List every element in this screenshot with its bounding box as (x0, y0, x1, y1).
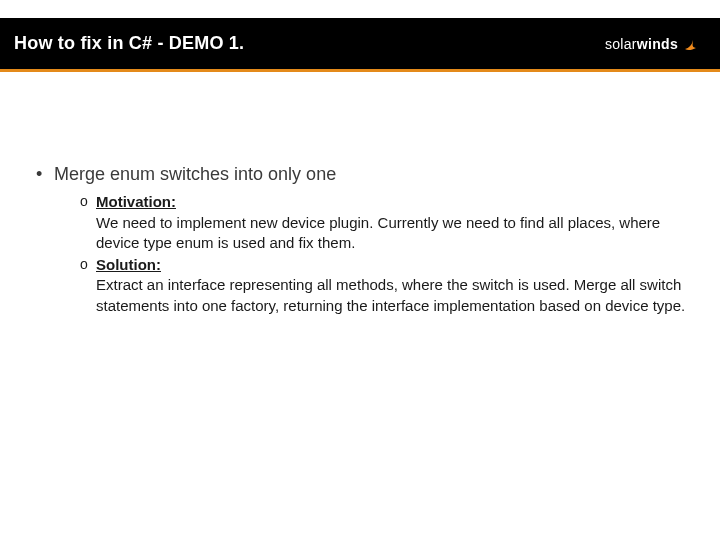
sub-bullet-body: We need to implement new device plugin. … (96, 213, 692, 254)
list-item: Solution: Extract an interface represent… (80, 255, 692, 316)
content-area: Merge enum switches into only one Motiva… (28, 162, 692, 324)
brand-name: solarwinds (605, 36, 678, 52)
list-item: Merge enum switches into only one Motiva… (36, 162, 692, 316)
sub-bullet-body: Extract an interface representing all me… (96, 275, 692, 316)
sub-bullet-list: Motivation: We need to implement new dev… (54, 192, 692, 316)
brand-logo: solarwinds (605, 34, 702, 54)
list-item: Motivation: We need to implement new dev… (80, 192, 692, 253)
bullet-text: Merge enum switches into only one (54, 164, 336, 184)
bullet-list: Merge enum switches into only one Motiva… (28, 162, 692, 316)
sub-bullet-heading: Solution: (96, 256, 161, 273)
flame-icon (682, 34, 702, 54)
sub-bullet-heading: Motivation: (96, 193, 176, 210)
title-band: How to fix in C# - DEMO 1. solarwinds (0, 18, 720, 72)
slide-title: How to fix in C# - DEMO 1. (14, 33, 244, 54)
slide: How to fix in C# - DEMO 1. solarwinds Me… (0, 0, 720, 540)
